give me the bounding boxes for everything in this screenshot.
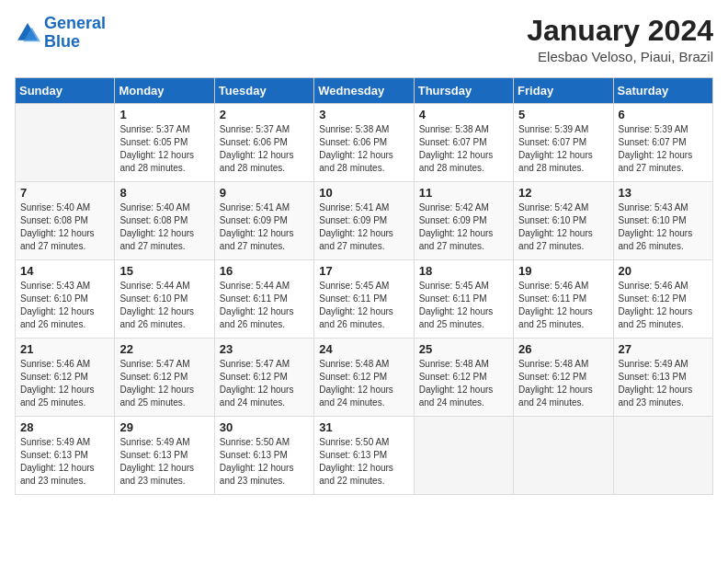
day-cell: 22Sunrise: 5:47 AMSunset: 6:12 PMDayligh… — [115, 339, 214, 417]
day-cell: 9Sunrise: 5:41 AMSunset: 6:09 PMDaylight… — [214, 182, 313, 260]
day-cell: 2Sunrise: 5:37 AMSunset: 6:06 PMDaylight… — [214, 104, 313, 182]
logo-text: GeneralBlue — [44, 15, 106, 52]
day-info: Sunrise: 5:39 AMSunset: 6:07 PMDaylight:… — [518, 123, 608, 175]
day-number: 4 — [419, 108, 508, 121]
header-cell-saturday: Saturday — [613, 78, 712, 104]
page-header: GeneralBlue January 2024 Elesbao Veloso,… — [15, 15, 713, 64]
day-info: Sunrise: 5:41 AMSunset: 6:09 PMDaylight:… — [220, 201, 309, 253]
day-cell — [414, 417, 513, 495]
day-info: Sunrise: 5:48 AMSunset: 6:12 PMDaylight:… — [518, 358, 608, 409]
day-number: 14 — [20, 264, 109, 278]
day-number: 3 — [319, 108, 408, 121]
month-year: January 2024 — [527, 15, 713, 47]
day-cell: 13Sunrise: 5:43 AMSunset: 6:10 PMDayligh… — [613, 182, 712, 260]
week-row-3: 14Sunrise: 5:43 AMSunset: 6:10 PMDayligh… — [16, 260, 713, 339]
day-cell: 21Sunrise: 5:46 AMSunset: 6:12 PMDayligh… — [16, 339, 115, 417]
day-info: Sunrise: 5:39 AMSunset: 6:07 PMDaylight:… — [619, 123, 708, 175]
day-info: Sunrise: 5:44 AMSunset: 6:10 PMDaylight:… — [119, 280, 209, 331]
day-cell: 29Sunrise: 5:49 AMSunset: 6:13 PMDayligh… — [115, 417, 214, 495]
day-cell: 3Sunrise: 5:38 AMSunset: 6:06 PMDaylight… — [314, 104, 414, 182]
day-info: Sunrise: 5:41 AMSunset: 6:09 PMDaylight:… — [319, 201, 408, 253]
day-number: 29 — [119, 420, 209, 434]
day-info: Sunrise: 5:45 AMSunset: 6:11 PMDaylight:… — [319, 280, 408, 331]
day-number: 15 — [119, 264, 209, 278]
day-number: 30 — [220, 420, 309, 434]
day-number: 12 — [518, 186, 608, 200]
header-row: SundayMondayTuesdayWednesdayThursdayFrid… — [16, 78, 713, 104]
day-number: 11 — [419, 186, 508, 200]
day-info: Sunrise: 5:46 AMSunset: 6:11 PMDaylight:… — [518, 280, 608, 331]
day-number: 28 — [20, 420, 109, 434]
day-info: Sunrise: 5:45 AMSunset: 6:11 PMDaylight:… — [419, 280, 508, 331]
day-info: Sunrise: 5:40 AMSunset: 6:08 PMDaylight:… — [119, 201, 209, 253]
day-cell: 24Sunrise: 5:48 AMSunset: 6:12 PMDayligh… — [314, 339, 414, 417]
header-cell-monday: Monday — [115, 78, 214, 104]
day-cell: 4Sunrise: 5:38 AMSunset: 6:07 PMDaylight… — [414, 104, 513, 182]
day-number: 31 — [319, 420, 408, 434]
day-info: Sunrise: 5:46 AMSunset: 6:12 PMDaylight:… — [20, 358, 109, 409]
day-info: Sunrise: 5:37 AMSunset: 6:06 PMDaylight:… — [220, 123, 309, 175]
day-cell: 20Sunrise: 5:46 AMSunset: 6:12 PMDayligh… — [613, 260, 712, 339]
day-cell: 5Sunrise: 5:39 AMSunset: 6:07 PMDaylight… — [514, 104, 613, 182]
day-cell: 12Sunrise: 5:42 AMSunset: 6:10 PMDayligh… — [514, 182, 613, 260]
day-number: 20 — [619, 264, 708, 278]
day-number: 1 — [119, 108, 209, 121]
day-number: 21 — [20, 342, 109, 356]
day-info: Sunrise: 5:37 AMSunset: 6:05 PMDaylight:… — [119, 123, 209, 175]
day-cell: 17Sunrise: 5:45 AMSunset: 6:11 PMDayligh… — [314, 260, 414, 339]
day-cell: 15Sunrise: 5:44 AMSunset: 6:10 PMDayligh… — [115, 260, 214, 339]
day-cell: 25Sunrise: 5:48 AMSunset: 6:12 PMDayligh… — [414, 339, 513, 417]
day-cell — [514, 417, 613, 495]
location: Elesbao Veloso, Piaui, Brazil — [527, 49, 713, 64]
day-info: Sunrise: 5:49 AMSunset: 6:13 PMDaylight:… — [20, 436, 109, 488]
day-info: Sunrise: 5:43 AMSunset: 6:10 PMDaylight:… — [619, 201, 708, 253]
week-row-1: 1Sunrise: 5:37 AMSunset: 6:05 PMDaylight… — [16, 104, 713, 182]
day-cell: 10Sunrise: 5:41 AMSunset: 6:09 PMDayligh… — [314, 182, 414, 260]
logo: GeneralBlue — [15, 15, 106, 52]
day-info: Sunrise: 5:46 AMSunset: 6:12 PMDaylight:… — [619, 280, 708, 331]
day-number: 7 — [20, 186, 109, 200]
header-cell-thursday: Thursday — [414, 78, 513, 104]
day-cell: 11Sunrise: 5:42 AMSunset: 6:09 PMDayligh… — [414, 182, 513, 260]
day-number: 8 — [119, 186, 209, 200]
week-row-2: 7Sunrise: 5:40 AMSunset: 6:08 PMDaylight… — [16, 182, 713, 260]
day-info: Sunrise: 5:44 AMSunset: 6:11 PMDaylight:… — [220, 280, 309, 331]
day-info: Sunrise: 5:47 AMSunset: 6:12 PMDaylight:… — [220, 358, 309, 409]
logo-icon — [15, 20, 40, 46]
day-cell — [16, 104, 115, 182]
day-number: 22 — [119, 342, 209, 356]
day-number: 13 — [619, 186, 708, 200]
day-info: Sunrise: 5:42 AMSunset: 6:09 PMDaylight:… — [419, 201, 508, 253]
day-info: Sunrise: 5:48 AMSunset: 6:12 PMDaylight:… — [419, 358, 508, 409]
day-number: 27 — [619, 342, 708, 356]
day-cell: 26Sunrise: 5:48 AMSunset: 6:12 PMDayligh… — [514, 339, 613, 417]
day-cell: 14Sunrise: 5:43 AMSunset: 6:10 PMDayligh… — [16, 260, 115, 339]
day-info: Sunrise: 5:49 AMSunset: 6:13 PMDaylight:… — [119, 436, 209, 488]
day-number: 6 — [619, 108, 708, 121]
day-cell: 31Sunrise: 5:50 AMSunset: 6:13 PMDayligh… — [314, 417, 414, 495]
day-number: 2 — [220, 108, 309, 121]
day-cell: 23Sunrise: 5:47 AMSunset: 6:12 PMDayligh… — [214, 339, 313, 417]
day-info: Sunrise: 5:38 AMSunset: 6:07 PMDaylight:… — [419, 123, 508, 175]
day-info: Sunrise: 5:42 AMSunset: 6:10 PMDaylight:… — [518, 201, 608, 253]
day-cell: 16Sunrise: 5:44 AMSunset: 6:11 PMDayligh… — [214, 260, 313, 339]
day-cell — [613, 417, 712, 495]
day-number: 18 — [419, 264, 508, 278]
day-cell: 30Sunrise: 5:50 AMSunset: 6:13 PMDayligh… — [214, 417, 313, 495]
day-number: 17 — [319, 264, 408, 278]
day-number: 9 — [220, 186, 309, 200]
day-cell: 6Sunrise: 5:39 AMSunset: 6:07 PMDaylight… — [613, 104, 712, 182]
day-cell: 28Sunrise: 5:49 AMSunset: 6:13 PMDayligh… — [16, 417, 115, 495]
day-cell: 1Sunrise: 5:37 AMSunset: 6:05 PMDaylight… — [115, 104, 214, 182]
day-number: 23 — [220, 342, 309, 356]
day-info: Sunrise: 5:50 AMSunset: 6:13 PMDaylight:… — [220, 436, 309, 488]
header-cell-wednesday: Wednesday — [314, 78, 414, 104]
header-cell-tuesday: Tuesday — [214, 78, 313, 104]
week-row-5: 28Sunrise: 5:49 AMSunset: 6:13 PMDayligh… — [16, 417, 713, 495]
calendar-table: SundayMondayTuesdayWednesdayThursdayFrid… — [15, 77, 713, 495]
day-number: 16 — [220, 264, 309, 278]
day-info: Sunrise: 5:43 AMSunset: 6:10 PMDaylight:… — [20, 280, 109, 331]
day-info: Sunrise: 5:49 AMSunset: 6:13 PMDaylight:… — [619, 358, 708, 409]
day-info: Sunrise: 5:47 AMSunset: 6:12 PMDaylight:… — [119, 358, 209, 409]
day-cell: 7Sunrise: 5:40 AMSunset: 6:08 PMDaylight… — [16, 182, 115, 260]
